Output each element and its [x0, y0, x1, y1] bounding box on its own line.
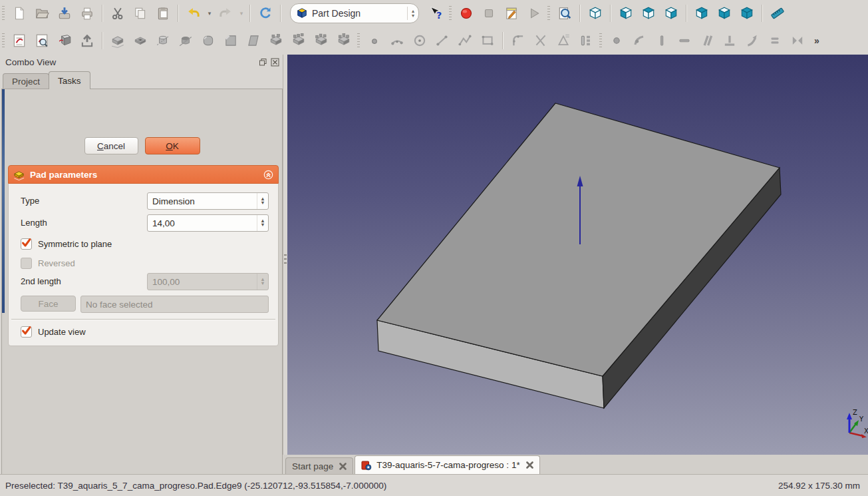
- close-tab-icon[interactable]: [339, 463, 347, 470]
- redo-button[interactable]: [216, 3, 235, 23]
- toolbar-drag-handle[interactable]: [357, 33, 360, 48]
- sketch-trim-button[interactable]: [531, 31, 551, 51]
- sketch-arc-button[interactable]: [387, 31, 407, 51]
- axis-x-label: X: [864, 427, 868, 435]
- copy-button[interactable]: [130, 3, 150, 23]
- collapse-section-icon[interactable]: [263, 170, 273, 180]
- external-geometry-button[interactable]: [553, 31, 573, 51]
- constraint-equal-button[interactable]: [765, 31, 785, 51]
- linear-pattern-button[interactable]: [289, 31, 309, 51]
- macro-record-button[interactable]: [456, 3, 476, 23]
- pad-model[interactable]: Z Y X: [287, 55, 868, 455]
- undo-button[interactable]: [184, 3, 204, 23]
- sketch-circle-button[interactable]: [410, 31, 430, 51]
- map-sketch-button[interactable]: [55, 31, 74, 51]
- second-length-input: 100,00 ▲▼: [147, 273, 269, 290]
- new-document-button[interactable]: [9, 3, 29, 23]
- constraint-horizontal-button[interactable]: [674, 31, 694, 51]
- redo-dropdown-icon[interactable]: ▾: [237, 5, 246, 22]
- record-icon: [459, 6, 474, 21]
- close-tab-icon[interactable]: [526, 461, 533, 469]
- macro-stop-button[interactable]: [479, 3, 499, 23]
- workbench-spinner-icon[interactable]: ▴▾: [407, 7, 414, 20]
- pad-button[interactable]: [108, 31, 128, 51]
- mirrored-button[interactable]: [266, 31, 286, 51]
- constraint-vertical-button[interactable]: [652, 31, 672, 51]
- length-input[interactable]: 14,00 ▲▼: [147, 214, 269, 232]
- toolbar-drag-handle[interactable]: [2, 6, 5, 21]
- toolbar-drag-handle[interactable]: [449, 6, 452, 21]
- macro-edit-icon: [504, 6, 519, 21]
- rear-view-button[interactable]: [692, 3, 712, 23]
- constraint-symmetric-button[interactable]: [788, 31, 807, 51]
- toolbar-drag-handle[interactable]: [599, 33, 602, 48]
- revolution-button[interactable]: [153, 31, 173, 51]
- type-combobox[interactable]: Dimension ▲▼: [147, 192, 269, 210]
- tasks-scrollbar[interactable]: [2, 89, 5, 313]
- create-sketch-button[interactable]: [9, 31, 29, 51]
- view-sketch-button[interactable]: [32, 31, 52, 51]
- constraint-perpendicular-button[interactable]: [720, 31, 740, 51]
- close-panel-icon[interactable]: [271, 58, 279, 67]
- workbench-selector[interactable]: Part Design▴▾: [290, 3, 419, 23]
- constraint-tangent-button[interactable]: [742, 31, 762, 51]
- length-spinner-icon[interactable]: ▲▼: [257, 215, 268, 231]
- multitransform-button[interactable]: [334, 31, 354, 51]
- chamfer-button[interactable]: [221, 31, 241, 51]
- tab-document[interactable]: T39-aquaris-5-7-cama-progreso : 1*: [355, 455, 539, 474]
- sketch-fillet-button[interactable]: [508, 31, 528, 51]
- svg-text:?: ?: [436, 10, 442, 21]
- constraint-coincident-button[interactable]: [607, 31, 627, 51]
- macro-play-button[interactable]: [524, 3, 544, 23]
- pad-parameters-groupbox: Pad parameters Type Dimension ▲▼ Length: [8, 165, 279, 346]
- constraint-point-on-object-button[interactable]: [629, 31, 649, 51]
- draft-button[interactable]: [243, 31, 263, 51]
- update-view-checkbox[interactable]: Update view: [21, 326, 86, 338]
- macro-edit-button[interactable]: [502, 3, 521, 23]
- construction-mode-button[interactable]: [576, 31, 596, 51]
- measure-button[interactable]: [768, 3, 788, 23]
- left-view-button[interactable]: [714, 3, 734, 23]
- front-view-button[interactable]: [616, 3, 636, 23]
- leave-sketch-button[interactable]: [77, 31, 97, 51]
- toolbar-overflow[interactable]: »: [810, 35, 823, 47]
- ok-button[interactable]: OK: [145, 137, 200, 154]
- bottom-view-button[interactable]: [737, 3, 757, 23]
- open-document-button[interactable]: [32, 3, 52, 23]
- undo-dropdown-icon[interactable]: ▾: [205, 5, 214, 22]
- print-button[interactable]: [77, 3, 97, 23]
- axonometric-view-button[interactable]: [585, 3, 605, 23]
- combo-spinner-icon[interactable]: ▲▼: [257, 193, 268, 209]
- right-view-button[interactable]: [661, 3, 681, 23]
- geo-rect-icon: [480, 33, 495, 48]
- whats-this-button[interactable]: ?: [426, 3, 446, 23]
- cancel-button[interactable]: Cancel: [84, 137, 138, 154]
- tab-start-page[interactable]: Start page: [285, 457, 353, 474]
- sketch-point-button[interactable]: [364, 31, 384, 51]
- sketch-line-button[interactable]: [432, 31, 452, 51]
- float-panel-icon[interactable]: [259, 58, 267, 67]
- refresh-button[interactable]: [255, 3, 275, 23]
- top-view-button[interactable]: [639, 3, 658, 23]
- 3d-viewport[interactable]: Z Y X: [287, 55, 868, 455]
- symmetric-checkbox[interactable]: Symmetric to plane: [21, 238, 112, 250]
- pocket-button[interactable]: [130, 31, 150, 51]
- constraint-parallel-button[interactable]: [697, 31, 717, 51]
- sketch-polyline-button[interactable]: [455, 31, 475, 51]
- toolbar-drag-handle[interactable]: [547, 6, 550, 21]
- polar-pattern-button[interactable]: [311, 31, 331, 51]
- paste-button[interactable]: [153, 3, 173, 23]
- tab-project[interactable]: Project: [3, 73, 49, 89]
- fit-all-button[interactable]: [555, 3, 575, 23]
- geo-fillet-icon: [511, 33, 525, 48]
- cube-rear-icon: [694, 6, 709, 21]
- fillet-button[interactable]: [198, 31, 218, 51]
- toolbar-separator: [249, 5, 251, 22]
- groove-button[interactable]: [176, 31, 196, 51]
- pad-parameters-header[interactable]: Pad parameters: [8, 165, 279, 184]
- tab-tasks[interactable]: Tasks: [49, 71, 90, 89]
- sketch-rectangle-button[interactable]: [478, 31, 498, 51]
- toolbar-drag-handle[interactable]: [2, 33, 5, 48]
- cut-button[interactable]: [108, 3, 128, 23]
- save-button[interactable]: [55, 3, 74, 23]
